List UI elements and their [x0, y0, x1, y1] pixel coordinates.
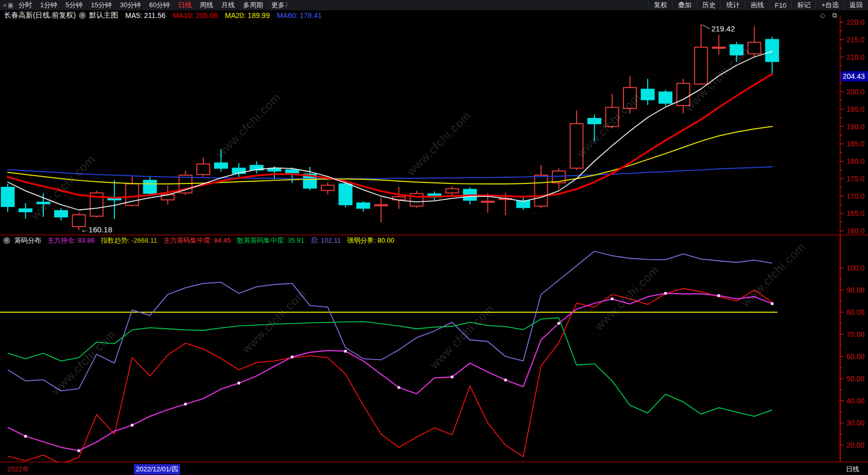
svg-text:215.0: 215.0: [846, 36, 864, 44]
svg-text:20.00: 20.00: [846, 441, 864, 449]
axis-year-label: 2022年: [7, 465, 29, 474]
svg-text:204.43: 204.43: [843, 72, 865, 80]
sub-chart-header: ˅ 筹码分布 主力持仓: 83.86指数趋势: -2668.11主力筹码集中度:…: [0, 235, 868, 246]
svg-text:200.0: 200.0: [846, 88, 864, 96]
svg-text:100.0: 100.0: [846, 264, 864, 272]
indicator-field: 强弱分界: 80.00: [347, 236, 394, 244]
indicator-field: 散筹筹码集中度: 35.91: [237, 236, 304, 244]
svg-text:210.0: 210.0: [846, 53, 864, 61]
svg-text:50.00: 50.00: [846, 375, 864, 383]
indicator-title: 筹码分布: [14, 236, 41, 245]
period-tab-5分钟[interactable]: 5分钟: [61, 1, 86, 10]
svg-text:185.0: 185.0: [846, 140, 864, 148]
period-tab-60分钟[interactable]: 60分钟: [145, 1, 173, 10]
period-tab-多周期[interactable]: 多周期: [239, 1, 267, 10]
period-tab-30分钟[interactable]: 30分钟: [116, 1, 145, 10]
period-label: 日线: [846, 465, 859, 474]
period-tabs: » ▣ 分时1分钟5分钟15分钟30分钟60分钟日线周线月线多周期更多〉: [0, 0, 296, 10]
panel-collapse-icon[interactable]: »: [3, 2, 7, 9]
period-tab-月线[interactable]: 月线: [217, 1, 239, 10]
svg-text:90.00: 90.00: [846, 286, 864, 294]
svg-text:40.00: 40.00: [846, 397, 864, 405]
svg-text:165.0: 165.0: [846, 209, 864, 217]
chevron-down-icon[interactable]: ˅: [3, 237, 10, 244]
toolbar-button-复权[interactable]: 复权: [648, 1, 672, 10]
svg-text:190.0: 190.0: [846, 123, 864, 131]
status-bar: 2022年 2022/12/01/四 日线: [0, 463, 868, 475]
monitor-icon[interactable]: ▣: [8, 2, 13, 9]
period-tab-更多〉[interactable]: 更多〉: [267, 1, 296, 10]
period-tab-1分钟[interactable]: 1分钟: [36, 1, 61, 10]
svg-text:160.0: 160.0: [846, 227, 864, 234]
toolbar-button-标记[interactable]: 标记: [791, 1, 815, 10]
indicator-chart[interactable]: 100.090.0080.0070.0060.0050.0040.0030.00…: [0, 234, 868, 463]
candlestick-chart[interactable]: 220.0215.0210.0200.0195.0190.0185.0180.0…: [0, 15, 868, 234]
svg-text:220.0: 220.0: [846, 18, 864, 26]
toolbar-button-+自选[interactable]: +自选: [815, 1, 844, 10]
period-toolbar: » ▣ 分时1分钟5分钟15分钟30分钟60分钟日线周线月线多周期更多〉 复权叠…: [0, 0, 868, 10]
date-chip: 2022/12/01/四: [134, 464, 180, 474]
svg-text:175.0: 175.0: [846, 175, 864, 183]
toolbar-button-历史[interactable]: 历史: [697, 1, 721, 10]
indicator-field: 主力持仓: 83.86: [47, 236, 95, 244]
svg-text:195.0: 195.0: [846, 105, 864, 113]
period-tab-分时[interactable]: 分时: [14, 1, 36, 10]
period-tab-15分钟[interactable]: 15分钟: [87, 1, 116, 10]
toolbar-button-叠加[interactable]: 叠加: [672, 1, 697, 10]
period-tab-周线[interactable]: 周线: [196, 1, 217, 10]
svg-text:219.42: 219.42: [711, 24, 735, 33]
toolbar-button-画线[interactable]: 画线: [745, 1, 769, 10]
indicator-field: 主力筹码集中度: 84.45: [163, 236, 231, 244]
trading-app-window: » ▣ 分时1分钟5分钟15分钟30分钟60分钟日线周线月线多周期更多〉 复权叠…: [0, 0, 868, 475]
indicator-field: 启: 102.11: [310, 236, 341, 244]
toolbar-button-返回[interactable]: 返回: [844, 1, 868, 10]
indicator-field: 指数趋势: -2668.11: [101, 236, 158, 244]
svg-text:60.00: 60.00: [846, 352, 864, 361]
toolbar-button-统计[interactable]: 统计: [721, 1, 745, 10]
toolbar-actions: 复权叠加历史统计画线F10标记+自选返回: [648, 0, 868, 10]
svg-text:180.0: 180.0: [846, 157, 864, 165]
svg-text:170.0: 170.0: [846, 192, 864, 200]
toolbar-button-F10[interactable]: F10: [769, 2, 791, 9]
svg-text:70.00: 70.00: [846, 330, 864, 338]
indicator-values: 主力持仓: 83.86指数趋势: -2668.11主力筹码集中度: 84.45散…: [41, 236, 394, 245]
svg-text:30.00: 30.00: [846, 419, 864, 427]
period-tab-日线[interactable]: 日线: [174, 1, 196, 10]
svg-text:←160.18: ←160.18: [81, 225, 112, 234]
svg-text:80.00: 80.00: [846, 308, 864, 316]
